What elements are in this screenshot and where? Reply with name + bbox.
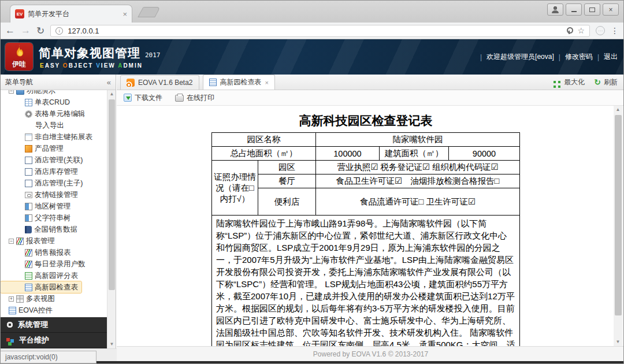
url-input[interactable]: i 127.0.0.1 ☆ [50, 25, 590, 37]
sidebar-item[interactable]: −功能演示 [1, 90, 107, 96]
sidebar-item-label: 产品管理 [35, 144, 64, 154]
sidebar-item[interactable]: EOVA控件 [1, 304, 107, 316]
scroll-up-icon[interactable]: ▲ [107, 90, 116, 98]
sidebar-header: 菜单导航 « [1, 75, 116, 90]
sidebar-collapse-icon[interactable]: « [107, 78, 111, 87]
change-password-link[interactable]: 修改密码 [565, 52, 593, 62]
forward-button[interactable]: → [21, 25, 31, 36]
sidebar-section-platform[interactable]: 平台维护 [1, 333, 107, 348]
total-area-label: 总占地面积（㎡） [211, 147, 315, 161]
sidebar-item[interactable]: 销售额报表 [1, 247, 107, 258]
scrollbar-thumb[interactable] [615, 115, 622, 315]
sidebar-item-label: 酒店管理(主子) [35, 179, 83, 188]
profile-button[interactable] [547, 3, 563, 16]
sidebar-item[interactable]: 友情链接管理 [1, 189, 107, 200]
total-area-value: 100000 [315, 147, 379, 161]
sidebar-item[interactable]: 高新园评分表 [1, 270, 107, 281]
close-button[interactable]: × [603, 3, 619, 16]
sidebar-item[interactable]: 高新园检查表 [1, 281, 81, 293]
collapse-node-icon[interactable]: − [9, 239, 14, 244]
collapse-node-icon[interactable]: − [9, 90, 14, 94]
tab-inspection-form[interactable]: 高新园检查表 × [203, 75, 275, 90]
scroll-down-icon[interactable]: ▼ [107, 340, 116, 348]
sidebar-item-label: 酒店管理(关联) [35, 155, 83, 165]
building-area-label: 建筑面积（㎡） [379, 147, 448, 161]
park-description: 陆家嘴软件园位于上海市峨山路91弄98号。上海陆家嘴软件园（以下简称“LSP”）… [211, 216, 519, 347]
extension-icon[interactable]: ⋯ [596, 26, 605, 35]
document-area: 高新科技园区检查登记表 园区名称 陆家嘴软件园 总占地面积（㎡） 100000 … [117, 106, 615, 346]
sidebar-item[interactable]: 酒店管理(主子) [1, 177, 107, 189]
status-tooltip: javascript:void(0) [1, 351, 96, 363]
sidebar-scrollbar[interactable]: ▲ ▼ [107, 90, 116, 348]
link-icon [25, 192, 32, 198]
sidebar-item[interactable]: 导入导出 [1, 120, 107, 131]
scroll-down-icon[interactable]: ▼ [614, 338, 622, 346]
download-file-button[interactable]: 下载文件 [124, 93, 162, 103]
app-logo: 伊哇 [5, 43, 33, 70]
reload-button[interactable]: ↻ [36, 25, 44, 37]
new-tab-button[interactable] [138, 7, 161, 17]
sidebar-item[interactable]: 地区树管理 [1, 200, 107, 212]
sidebar-item-label: 非自增主键拓展表 [35, 132, 92, 142]
content-scrollbar[interactable]: ▲ ▼ [614, 106, 623, 346]
browser-menu-icon[interactable]: ⋮ [611, 26, 619, 35]
tab-close-icon[interactable]: × [265, 79, 269, 86]
separator: | [597, 53, 599, 61]
sidebar-item[interactable]: 非自增主键拓展表 [1, 131, 107, 143]
subtitle-letter: IEW [101, 62, 118, 69]
minimize-button[interactable] [566, 3, 582, 16]
site-info-icon[interactable]: i [55, 27, 63, 35]
maximize-arrows-icon [554, 81, 556, 83]
chart-icon [16, 237, 24, 245]
refresh-label: 刷新 [604, 77, 618, 87]
sidebar-item[interactable]: 父字符串树 [1, 212, 107, 224]
cert-label: 证照办理情况（请在□ 内打√） [211, 161, 258, 216]
sidebar-item-label: 高新园检查表 [35, 283, 78, 292]
refresh-icon: ↻ [594, 78, 601, 86]
building-area-value: 90000 [448, 147, 519, 161]
app-header: 伊哇 简单对象视图管理2017 EASY OBJECT VIEW ADMIN |… [1, 39, 623, 75]
tab-eova-home[interactable]: EOVA V1.6 Beta2 [120, 75, 199, 90]
sidebar-item[interactable]: 产品管理 [1, 143, 107, 154]
cert-items: 营业执照☑ 税务登记证☑ 组织机构代码证☑ [315, 161, 519, 174]
tab-close-icon[interactable]: × [122, 10, 127, 18]
sidebar-item[interactable]: 表格单元格编辑 [1, 108, 107, 120]
subtitle-letter: A [118, 62, 123, 69]
maximize-panel-button[interactable]: 最大化 [554, 77, 585, 87]
print-label: 在线打印 [187, 93, 214, 103]
sidebar-item[interactable]: 全国销售数据 [1, 224, 107, 235]
multiview-icon [16, 295, 24, 303]
sidebar-item-label: 表格单元格编辑 [35, 109, 86, 119]
scrollbar-thumb[interactable] [109, 99, 115, 290]
sidebar-section-system[interactable]: 系统管理 [1, 317, 107, 333]
word-icon [25, 284, 32, 291]
maximize-button[interactable] [584, 3, 600, 16]
browser-tab[interactable]: EV 简单开发平台 × [10, 5, 132, 23]
logout-link[interactable]: 退出 [604, 52, 618, 62]
person-icon [551, 6, 559, 13]
sidebar-item[interactable]: +多表视图 [1, 293, 107, 304]
flame-icon [13, 44, 25, 60]
online-print-button[interactable]: 在线打印 [175, 93, 214, 103]
sidebar-section-label: 平台维护 [19, 335, 49, 346]
document-title: 高新科技园区检查登记表 [117, 113, 615, 129]
sidebar-item[interactable]: 酒店管理(关联) [1, 154, 107, 166]
sidebar-item-label: 导入导出 [35, 121, 64, 131]
password-key-icon[interactable] [566, 27, 573, 34]
browser-titlebar: EV 简单开发平台 × × [1, 1, 623, 23]
expand-node-icon[interactable]: + [9, 296, 14, 302]
tree-icon [25, 214, 32, 222]
url-text[interactable]: 127.0.0.1 [68, 27, 561, 35]
sidebar-item[interactable]: 每日登录用户数 [1, 258, 107, 270]
sidebar-item[interactable]: −报表管理 [1, 235, 107, 247]
sidebar-item[interactable]: 酒店库存管理 [1, 166, 107, 177]
back-button[interactable]: ← [5, 25, 15, 36]
bookmark-star-icon[interactable]: ☆ [577, 26, 585, 35]
app-title: 简单对象视图管理 [39, 46, 140, 60]
building-icon [25, 168, 32, 176]
logo-text: 伊哇 [12, 60, 26, 69]
sidebar-item[interactable]: 单表CRUD [1, 96, 107, 108]
maximize-icon [589, 8, 595, 12]
refresh-panel-button[interactable]: ↻ 刷新 [594, 77, 618, 87]
scroll-up-icon[interactable]: ▲ [614, 106, 622, 114]
